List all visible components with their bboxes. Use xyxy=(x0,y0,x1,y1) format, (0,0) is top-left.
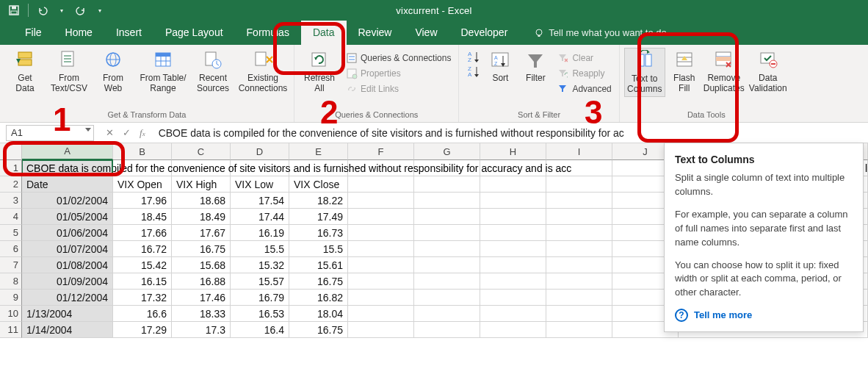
cell[interactable] xyxy=(414,209,480,225)
tab-view[interactable]: View xyxy=(403,21,449,45)
cell[interactable] xyxy=(22,160,113,176)
cell[interactable]: VIX Low xyxy=(231,176,289,193)
formula-input[interactable]: CBOE data is compiled for the convenienc… xyxy=(153,127,868,139)
cell[interactable] xyxy=(414,241,480,257)
sort-az-button[interactable]: AZ xyxy=(463,48,481,62)
column-header[interactable]: F xyxy=(348,143,414,160)
cancel-icon[interactable]: ✕ xyxy=(106,127,114,139)
column-header[interactable]: G xyxy=(414,143,480,160)
cell[interactable]: 01/07/2004 xyxy=(22,241,113,257)
cell[interactable]: 16.73 xyxy=(289,225,348,241)
cell[interactable] xyxy=(480,241,546,257)
cell[interactable] xyxy=(414,257,480,273)
get-data-button[interactable]: GetData xyxy=(4,48,46,96)
cell[interactable] xyxy=(348,176,414,193)
cell[interactable]: 16.82 xyxy=(289,290,348,306)
cell[interactable]: 15.5 xyxy=(289,241,348,257)
row-header[interactable]: 3 xyxy=(0,193,22,209)
cell[interactable]: 18.22 xyxy=(289,193,348,209)
reapply-button[interactable]: Reapply xyxy=(554,66,614,81)
tab-developer[interactable]: Developer xyxy=(449,21,520,45)
cell[interactable]: 15.57 xyxy=(231,273,289,290)
cell[interactable] xyxy=(480,176,546,193)
cell[interactable]: 16.79 xyxy=(231,290,289,306)
column-header[interactable]: A xyxy=(22,143,113,160)
tab-page-layout[interactable]: Page Layout xyxy=(153,21,235,45)
cell[interactable]: 15.42 xyxy=(113,257,172,273)
cell[interactable]: 15.32 xyxy=(231,257,289,273)
cell[interactable]: 01/02/2004 xyxy=(22,193,113,209)
cell[interactable] xyxy=(480,257,546,273)
cell[interactable]: 15.61 xyxy=(289,257,348,273)
cell[interactable]: 01/09/2004 xyxy=(22,273,113,290)
cell[interactable] xyxy=(348,193,414,209)
cell[interactable] xyxy=(113,160,172,176)
cell[interactable]: 18.49 xyxy=(172,209,231,225)
cell[interactable] xyxy=(480,273,546,290)
flash-fill-button[interactable]: FlashFill xyxy=(668,48,701,96)
row-header[interactable]: 10 xyxy=(0,306,22,322)
column-header[interactable]: D xyxy=(231,143,289,160)
cell[interactable]: VIX High xyxy=(172,176,231,193)
cell[interactable]: 17.3 xyxy=(172,322,231,338)
sort-button[interactable]: AZ Sort xyxy=(484,48,516,85)
cell[interactable]: 16.6 xyxy=(113,306,172,322)
row-header[interactable]: 5 xyxy=(0,225,22,241)
sort-za-button[interactable]: ZA xyxy=(463,62,481,77)
cell[interactable]: 17.66 xyxy=(113,225,172,241)
cell[interactable] xyxy=(546,273,612,290)
cell[interactable]: 16.75 xyxy=(172,241,231,257)
tab-insert[interactable]: Insert xyxy=(104,21,153,45)
cell[interactable]: 01/05/2004 xyxy=(22,209,113,225)
cell[interactable] xyxy=(289,160,348,176)
cell[interactable]: 15.5 xyxy=(231,241,289,257)
from-web-button[interactable]: FromWeb xyxy=(93,48,134,96)
cell[interactable] xyxy=(348,290,414,306)
row-header[interactable]: 1 xyxy=(0,160,22,176)
cell[interactable]: 1/14/2004 xyxy=(22,322,113,338)
cell[interactable]: 16.53 xyxy=(231,306,289,322)
enter-icon[interactable]: ✓ xyxy=(123,127,131,139)
recent-sources-button[interactable]: RecentSources xyxy=(192,48,234,96)
cell[interactable] xyxy=(414,176,480,193)
cell[interactable] xyxy=(480,160,546,176)
row-header[interactable]: 6 xyxy=(0,241,22,257)
fx-icon[interactable]: fx xyxy=(140,127,145,139)
cell[interactable]: 16.4 xyxy=(231,322,289,338)
cell[interactable]: 16.75 xyxy=(289,273,348,290)
cell[interactable]: VIX Close xyxy=(289,176,348,193)
cell[interactable]: Date xyxy=(22,176,113,193)
cell[interactable]: 15.68 xyxy=(172,257,231,273)
cell[interactable] xyxy=(414,306,480,322)
cell[interactable]: 1/13/2004 xyxy=(22,306,113,322)
cell[interactable]: 18.45 xyxy=(113,209,172,225)
row-header[interactable]: 11 xyxy=(0,322,22,338)
cell[interactable] xyxy=(348,160,414,176)
cell[interactable] xyxy=(480,306,546,322)
data-validation-button[interactable]: DataValidation xyxy=(748,48,789,96)
cell[interactable] xyxy=(414,193,480,209)
cell[interactable]: 16.15 xyxy=(113,273,172,290)
column-header[interactable]: E xyxy=(289,143,348,160)
cell[interactable] xyxy=(546,241,612,257)
cell[interactable] xyxy=(348,322,414,338)
cell[interactable] xyxy=(546,209,612,225)
cell[interactable] xyxy=(480,322,546,338)
cell[interactable]: 17.54 xyxy=(231,193,289,209)
cell[interactable] xyxy=(348,257,414,273)
properties-button[interactable]: Properties xyxy=(343,66,454,81)
tab-formulas[interactable]: Formulas xyxy=(235,21,301,45)
column-header[interactable]: I xyxy=(546,143,612,160)
cell[interactable] xyxy=(546,322,612,338)
cell[interactable] xyxy=(414,273,480,290)
cell[interactable] xyxy=(231,160,289,176)
cell[interactable] xyxy=(546,257,612,273)
cell[interactable] xyxy=(480,290,546,306)
cell[interactable] xyxy=(546,176,612,193)
cell[interactable] xyxy=(546,290,612,306)
tab-home[interactable]: Home xyxy=(54,21,104,45)
tab-review[interactable]: Review xyxy=(347,21,404,45)
refresh-all-button[interactable]: RefreshAll xyxy=(299,48,340,96)
name-box[interactable]: A1 xyxy=(6,125,94,141)
cell[interactable]: 01/08/2004 xyxy=(22,257,113,273)
